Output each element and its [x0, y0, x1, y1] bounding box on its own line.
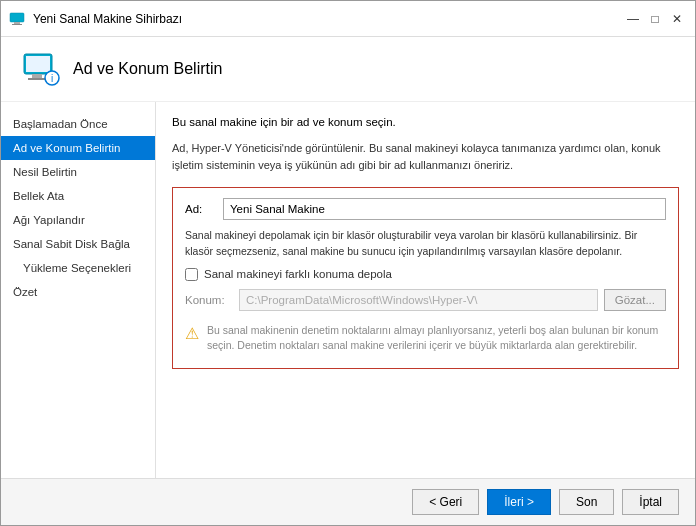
close-button[interactable]: ✕	[667, 9, 687, 29]
warning-icon: ⚠	[185, 324, 199, 343]
konum-input[interactable]	[239, 289, 598, 311]
storage-desc: Sanal makineyi depolamak için bir klasör…	[185, 228, 666, 260]
description-text: Ad, Hyper-V Yöneticisi'nde görüntülenir.…	[172, 140, 679, 173]
gozat-button[interactable]: Gözat...	[604, 289, 666, 311]
window-icon	[9, 11, 25, 27]
sidebar-item-bellek[interactable]: Bellek Ata	[1, 184, 155, 208]
svg-rect-6	[28, 78, 46, 80]
maximize-button[interactable]: □	[645, 9, 665, 29]
next-button[interactable]: İleri >	[487, 489, 551, 515]
svg-rect-5	[32, 74, 42, 78]
sidebar-item-disk[interactable]: Sanal Sabit Disk Bağla	[1, 232, 155, 256]
main-window: Yeni Sanal Makine Sihirbazı — □ ✕ i Ad v…	[0, 0, 696, 526]
warning-text: Bu sanal makinenin denetim noktalarını a…	[207, 323, 666, 355]
sidebar-item-nesil[interactable]: Nesil Belirtin	[1, 160, 155, 184]
sidebar: Başlamadan Önce Ad ve Konum Belirtin Nes…	[1, 102, 156, 478]
name-field-row: Ad:	[185, 198, 666, 220]
sidebar-item-ozet[interactable]: Özet	[1, 280, 155, 304]
sidebar-item-ag[interactable]: Ağı Yapılandır	[1, 208, 155, 232]
svg-rect-2	[12, 24, 22, 25]
svg-text:i: i	[51, 73, 53, 84]
svg-rect-0	[10, 13, 24, 22]
different-location-checkbox[interactable]	[185, 268, 198, 281]
sidebar-item-yukleme[interactable]: Yükleme Seçenekleri	[1, 256, 155, 280]
header-area: i Ad ve Konum Belirtin	[1, 37, 695, 102]
header-icon: i	[21, 49, 61, 89]
cancel-button[interactable]: İptal	[622, 489, 679, 515]
svg-rect-1	[14, 22, 20, 24]
content-subtitle: Bu sanal makine için bir ad ve konum seç…	[172, 116, 679, 128]
title-bar: Yeni Sanal Makine Sihirbazı — □ ✕	[1, 1, 695, 37]
page-title: Ad ve Konum Belirtin	[73, 60, 222, 78]
back-button[interactable]: < Geri	[412, 489, 479, 515]
window-title: Yeni Sanal Makine Sihirbazı	[33, 12, 182, 26]
konum-label: Konum:	[185, 294, 233, 306]
main-content: Bu sanal makine için bir ad ve konum seç…	[156, 102, 695, 478]
name-label: Ad:	[185, 203, 215, 215]
checkbox-label: Sanal makineyi farklı konuma depola	[204, 268, 392, 280]
warning-row: ⚠ Bu sanal makinenin denetim noktalarını…	[185, 319, 666, 359]
konum-row: Konum: Gözat...	[185, 289, 666, 311]
title-bar-controls: — □ ✕	[623, 9, 687, 29]
minimize-button[interactable]: —	[623, 9, 643, 29]
finish-button[interactable]: Son	[559, 489, 614, 515]
footer: < Geri İleri > Son İptal	[1, 478, 695, 525]
sidebar-item-ad-konum[interactable]: Ad ve Konum Belirtin	[1, 136, 155, 160]
svg-rect-4	[26, 56, 50, 72]
title-bar-left: Yeni Sanal Makine Sihirbazı	[9, 11, 182, 27]
sidebar-item-baslamadan-once[interactable]: Başlamadan Önce	[1, 112, 155, 136]
name-input[interactable]	[223, 198, 666, 220]
checkbox-row: Sanal makineyi farklı konuma depola	[185, 268, 666, 281]
body-area: Başlamadan Önce Ad ve Konum Belirtin Nes…	[1, 102, 695, 478]
red-box: Ad: Sanal makineyi depolamak için bir kl…	[172, 187, 679, 369]
